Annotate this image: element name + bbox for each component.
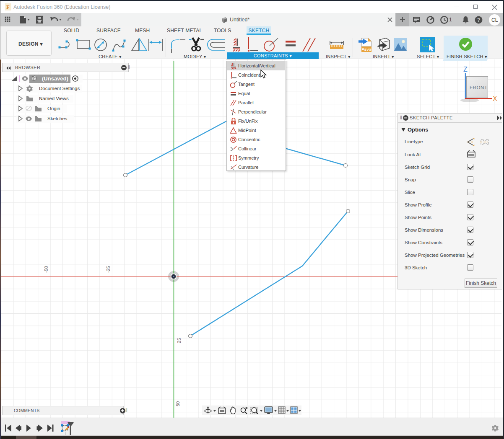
svg-text:SVG: SVG xyxy=(364,48,372,52)
svg-text:?: ? xyxy=(477,17,480,23)
svg-text:X: X xyxy=(493,95,497,102)
svg-text:Z: Z xyxy=(463,66,468,73)
